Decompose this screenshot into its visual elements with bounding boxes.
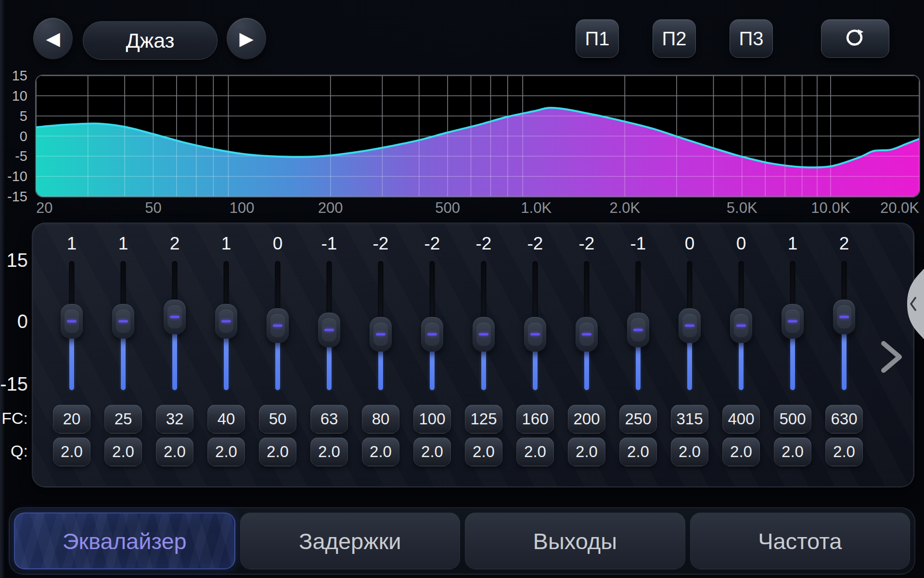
drawer-petal-shape [907, 269, 924, 339]
band-q-button[interactable]: 2.0 [568, 437, 605, 466]
band-fc-button[interactable]: 400 [722, 405, 760, 434]
band-gain-slider[interactable] [718, 261, 764, 390]
preset-next-button[interactable]: ▶ [226, 17, 267, 60]
band-fc-button[interactable]: 40 [207, 405, 245, 434]
frequency-axis-tick: 10.0K [811, 199, 850, 217]
band-fc-button[interactable]: 80 [362, 405, 399, 434]
band-fc-button[interactable]: 20 [53, 405, 90, 434]
tab-frequency[interactable]: Частота [690, 512, 911, 569]
band-q-button[interactable]: 2.0 [104, 437, 142, 466]
band-fc-button[interactable]: 315 [671, 405, 708, 434]
slider-thumb[interactable] [730, 308, 752, 343]
graph-frequency-axis: 20501002005001.0K2.0K5.0K10.0K20.0K [36, 199, 919, 219]
band-gain-value: -2 [512, 233, 558, 254]
equalizer-screen: ◀ Джаз ▶ П1П2П3 151050-5-10-15 [0, 0, 924, 578]
frequency-axis-tick: 20.0K [880, 199, 919, 217]
band-q-button[interactable]: 2.0 [259, 437, 296, 466]
band-gain-slider[interactable] [49, 261, 95, 390]
band-q-button[interactable]: 2.0 [413, 437, 451, 466]
band-gain-slider[interactable] [409, 261, 455, 390]
band-q-button[interactable]: 2.0 [774, 437, 811, 466]
band-fc-button[interactable]: 160 [516, 405, 554, 434]
band-gain-slider[interactable] [100, 261, 146, 390]
band-gain-slider[interactable] [667, 261, 713, 390]
band-gain-slider[interactable] [564, 261, 610, 390]
slider-thumb[interactable] [524, 317, 546, 352]
band-fc-button[interactable]: 250 [619, 405, 657, 434]
slider-thumb[interactable] [679, 308, 701, 343]
preset-memory-button-p1[interactable]: П1 [576, 19, 619, 58]
band-q-button[interactable]: 2.0 [671, 437, 708, 466]
band-gain-slider[interactable] [255, 261, 301, 390]
band-fc-button[interactable]: 63 [310, 405, 348, 434]
slider-thumb[interactable] [421, 317, 443, 352]
tab-equalizer[interactable]: Эквалайзер [14, 512, 235, 569]
band-200hz: -2 200 2.0 [564, 223, 610, 486]
band-q-button[interactable]: 2.0 [362, 437, 399, 466]
more-bands-chevron[interactable] [881, 341, 903, 373]
slider-thumb[interactable] [215, 304, 237, 339]
slider-thumb-inner [116, 310, 130, 333]
band-q-button[interactable]: 2.0 [825, 437, 863, 466]
band-gain-slider[interactable] [461, 261, 507, 390]
slider-thumb[interactable] [473, 317, 495, 352]
band-gain-slider[interactable] [152, 261, 198, 390]
band-gain-slider[interactable] [821, 261, 867, 390]
preset-memory-button-p2[interactable]: П2 [653, 19, 696, 58]
refresh-icon [845, 28, 865, 49]
band-gain-slider[interactable] [615, 261, 661, 390]
band-q-button[interactable]: 2.0 [465, 437, 502, 466]
slider-thumb[interactable] [833, 300, 855, 334]
preset-prev-button[interactable]: ◀ [33, 17, 73, 60]
preset-memory-button-p3[interactable]: П3 [730, 19, 773, 58]
band-gain-slider[interactable] [306, 261, 352, 390]
band-q-button[interactable]: 2.0 [310, 437, 348, 466]
band-gain-slider[interactable] [512, 261, 558, 390]
tab-outputs[interactable]: Выходы [465, 512, 685, 569]
band-fc-button[interactable]: 25 [104, 405, 142, 434]
band-q-button[interactable]: 2.0 [53, 437, 90, 466]
frequency-axis-tick: 50 [145, 199, 161, 217]
frequency-axis-tick: 100 [230, 199, 255, 217]
slider-thumb-inner [373, 323, 388, 346]
slider-thumb-inner [528, 323, 542, 346]
band-fc-button[interactable]: 500 [774, 405, 811, 434]
slider-thumb[interactable] [267, 308, 289, 343]
band-fc-button[interactable]: 100 [413, 405, 451, 434]
slider-thumb[interactable] [370, 317, 392, 352]
band-q-button[interactable]: 2.0 [619, 437, 657, 466]
band-fc-button[interactable]: 50 [259, 405, 296, 434]
slider-thumb[interactable] [627, 313, 649, 347]
slider-thumb-dash-icon [736, 325, 746, 327]
slider-thumb[interactable] [318, 313, 340, 347]
side-drawer-handle[interactable] [901, 268, 924, 340]
slider-thumb-dash-icon [633, 328, 643, 331]
slider-thumb-dash-icon [67, 320, 77, 323]
slider-thumb[interactable] [61, 304, 83, 339]
frequency-axis-tick: 1.0K [521, 199, 552, 217]
band-q-button[interactable]: 2.0 [156, 437, 193, 466]
frequency-axis-tick: 500 [435, 199, 460, 217]
band-fc-button[interactable]: 200 [568, 405, 605, 434]
slider-thumb-inner [579, 323, 594, 346]
slider-thumb[interactable] [164, 300, 186, 334]
reset-button[interactable] [821, 19, 889, 58]
preset-name: Джаз [126, 29, 174, 53]
band-fc-button[interactable]: 630 [825, 405, 863, 434]
band-q-button[interactable]: 2.0 [722, 437, 760, 466]
band-gain-slider[interactable] [358, 261, 404, 390]
band-gain-slider[interactable] [770, 261, 816, 390]
frequency-axis-tick: 200 [318, 199, 343, 217]
slider-thumb[interactable] [576, 317, 598, 352]
band-q-button[interactable]: 2.0 [516, 437, 554, 466]
band-gain-slider[interactable] [203, 261, 249, 390]
band-fc-button[interactable]: 125 [465, 405, 502, 434]
slider-thumb[interactable] [112, 304, 134, 339]
preset-name-display[interactable]: Джаз [83, 21, 218, 60]
slider-thumb-inner [476, 323, 491, 346]
tab-delays[interactable]: Задержки [240, 512, 461, 569]
band-q-button[interactable]: 2.0 [207, 437, 245, 466]
slider-thumb-dash-icon [273, 325, 282, 327]
band-fc-button[interactable]: 32 [156, 405, 193, 434]
slider-thumb[interactable] [782, 304, 804, 339]
